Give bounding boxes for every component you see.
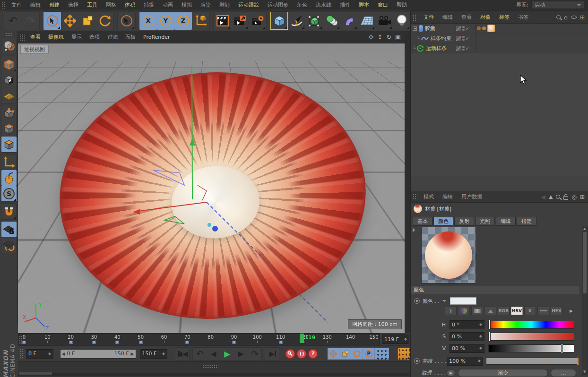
om-menu-item[interactable]: 编辑 (438, 11, 457, 24)
scale-button[interactable] (78, 12, 96, 30)
key-point-level-button[interactable] (375, 348, 389, 360)
menu-item[interactable]: 创建 (45, 0, 64, 10)
om-menu-item[interactable]: 书签 (514, 11, 533, 24)
lock-workplane-button[interactable] (1, 222, 17, 237)
preview-range-slider[interactable]: ◀ 0 F 150 F ▶ (60, 349, 136, 359)
viewport-menu-item[interactable]: ProRender (139, 31, 174, 43)
points-mode-button[interactable] (1, 105, 17, 121)
object-row-spline-constraint[interactable]: └ 样条约束 ✓ (411, 34, 588, 43)
texture-mode-button[interactable] (1, 72, 17, 87)
material-tab[interactable]: 颜色 (433, 217, 453, 226)
menu-item[interactable]: 运动跟踪 (234, 0, 263, 10)
edges-mode-button[interactable] (1, 121, 17, 137)
hue-gradient-bar[interactable] (488, 321, 574, 329)
saturation-slider-handle[interactable] (489, 332, 491, 341)
simulation-mode-button[interactable]: S (1, 186, 17, 201)
hex-mode-button[interactable]: HEX (551, 307, 562, 315)
object-name[interactable]: 运动样条 (426, 45, 447, 52)
collapse-toggle[interactable]: − (413, 26, 417, 31)
subdivision-surface-button[interactable] (305, 12, 323, 30)
goto-end-button[interactable]: ▶ (265, 348, 279, 360)
object-name[interactable]: 胶囊 (425, 25, 435, 32)
pan-icon[interactable]: ✣ (367, 34, 375, 41)
axis-y-lock-button[interactable]: Y (157, 12, 174, 30)
keyframe-marker[interactable] (93, 341, 96, 344)
keyframe-marker[interactable] (23, 341, 26, 344)
mixer-icon[interactable] (537, 307, 549, 315)
redo-button[interactable]: ↷ (22, 12, 39, 30)
lock-icon[interactable] (563, 196, 568, 200)
material-tab[interactable]: 光照 (475, 217, 495, 226)
make-editable-button[interactable] (1, 38, 17, 54)
axis-x-lock-button[interactable]: X (139, 12, 157, 30)
render-picture-viewer-button[interactable] (231, 12, 249, 30)
texture-shader-button[interactable]: 渐变 (458, 369, 548, 377)
key-rotation-button[interactable] (351, 348, 363, 360)
material-preview[interactable] (421, 227, 476, 283)
pin-icon[interactable]: ◎ (571, 194, 576, 200)
saturation-gradient-bar[interactable] (488, 333, 574, 341)
keyframe-selection-button[interactable]: ? (308, 349, 318, 359)
prev-key-button[interactable]: ↶ (193, 348, 207, 360)
value-slider-handle[interactable] (562, 344, 563, 353)
menu-item[interactable]: 雕刻 (215, 0, 234, 10)
drag-handle[interactable] (20, 34, 25, 41)
play-button[interactable]: ▶ (220, 348, 234, 360)
history-back-icon[interactable]: ◀ (541, 194, 545, 200)
spinner-arrows-icon[interactable] (162, 351, 165, 357)
object-row-capsule[interactable]: − 胶囊 ✓ (411, 24, 588, 34)
spinner-arrows-icon[interactable] (479, 345, 482, 351)
viewport-menu-item[interactable]: 过滤 (104, 31, 121, 43)
object-row-mospline[interactable]: └ 运动样条 ✓ (411, 43, 588, 53)
menu-item[interactable]: 帮助 (392, 0, 411, 10)
layer-icon[interactable] (456, 46, 461, 51)
texture-browse-button[interactable]: ... (551, 369, 576, 377)
playhead[interactable] (300, 334, 304, 343)
am-menu-item[interactable]: 模式 (419, 191, 438, 203)
viewport-canvas[interactable]: Y X Z 透视视图 网格间距 : 100 cm (18, 43, 405, 333)
enable-axis-button[interactable] (1, 154, 17, 170)
mouse-mode-button[interactable] (1, 170, 17, 186)
object-name[interactable]: 样条约束 (431, 35, 451, 42)
layer-icon[interactable] (456, 36, 461, 41)
zoom-icon[interactable]: ↕ (376, 34, 384, 41)
horizontal-scrollbar[interactable] (18, 373, 409, 376)
brightness-field[interactable]: 100 % (447, 357, 483, 366)
color-wheel-icon[interactable] (458, 307, 470, 315)
menu-item[interactable]: 窗口 (373, 0, 392, 10)
visibility-dots[interactable] (462, 36, 465, 41)
collapse-arrow-icon[interactable] (413, 228, 417, 232)
om-menu-item[interactable]: 查看 (457, 11, 476, 24)
tag-dot-icon[interactable] (477, 26, 481, 30)
spinner-arrows-icon[interactable] (404, 336, 407, 342)
axis-gizmo[interactable] (18, 43, 405, 333)
viewport-menu-item[interactable]: 查看 (26, 31, 44, 43)
axis-z-lock-button[interactable]: Z (174, 12, 192, 30)
material-tab[interactable]: 基本 (413, 217, 432, 226)
move-button[interactable] (61, 12, 78, 30)
history-forward-icon[interactable]: ▲ (549, 194, 553, 200)
om-menu-item[interactable]: 文件 (419, 11, 438, 24)
menu-item[interactable]: 工具 (83, 0, 102, 10)
menu-item[interactable]: 文件 (7, 0, 26, 10)
saturation-field[interactable]: 0 % (450, 332, 484, 341)
array-generator-button[interactable] (323, 12, 340, 30)
om-menu-item[interactable]: 对象 (476, 11, 495, 24)
range-start-field[interactable]: 0 F (26, 349, 53, 359)
tag-dot-icon[interactable] (482, 26, 486, 30)
floor-environment-button[interactable] (358, 12, 375, 30)
polygons-mode-button[interactable] (1, 137, 17, 152)
render-settings-button[interactable] (249, 12, 266, 30)
viewport-menu-item[interactable]: 选项 (86, 31, 104, 43)
goto-start-button[interactable]: ◀◀ (175, 348, 189, 360)
current-frame-field[interactable]: 119 F (382, 334, 409, 344)
open-timeline-button[interactable] (398, 348, 410, 360)
bend-deformer-button[interactable] (340, 12, 358, 30)
channel-radio-icon[interactable] (414, 358, 420, 364)
om-menu-item[interactable]: 标签 (495, 11, 514, 24)
scrollbar-thumb[interactable] (583, 232, 587, 293)
rotate-view-icon[interactable]: ↻ (385, 34, 393, 41)
channel-radio-icon[interactable] (414, 298, 420, 304)
brightness-slider-handle[interactable] (577, 358, 579, 365)
home-icon[interactable]: ⌂ (564, 14, 568, 21)
